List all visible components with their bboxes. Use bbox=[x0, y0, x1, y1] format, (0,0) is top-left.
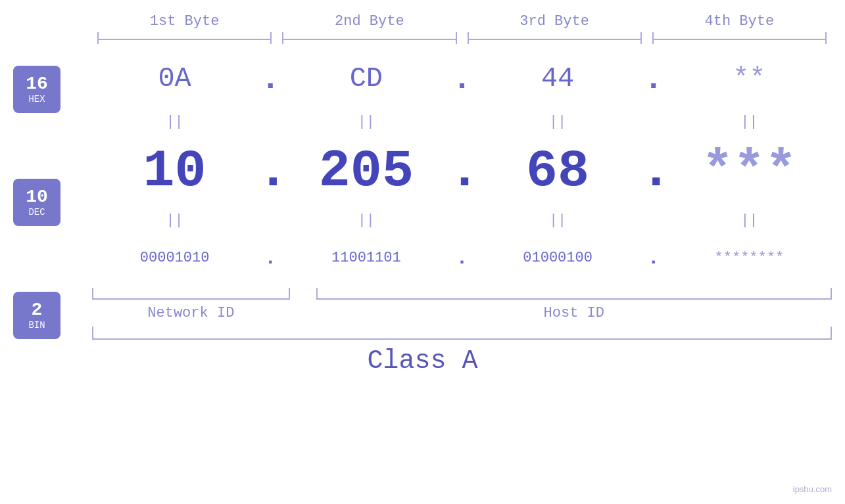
hex-label: HEX bbox=[28, 94, 45, 104]
main-container: 1st Byte 2nd Byte 3rd Byte 4th Byte 16 H… bbox=[0, 0, 845, 504]
host-id-label: Host ID bbox=[316, 305, 832, 321]
dec-dot1: . bbox=[257, 141, 283, 201]
hex-badge: 16 HEX bbox=[13, 66, 60, 113]
eq5: || bbox=[92, 212, 257, 229]
host-bracket bbox=[316, 288, 832, 300]
eq4: || bbox=[667, 114, 832, 130]
bin-b2: 11001101 bbox=[283, 250, 448, 266]
dec-dot3: . bbox=[640, 141, 667, 201]
eq6: || bbox=[283, 212, 448, 229]
eq7: || bbox=[475, 212, 640, 229]
dec-num: 10 bbox=[26, 187, 48, 208]
outer-bracket bbox=[92, 327, 832, 340]
bin-dot1: . bbox=[257, 247, 283, 269]
network-id-label: Network ID bbox=[92, 305, 290, 321]
eq3: || bbox=[475, 114, 640, 130]
hex-b3: 44 bbox=[475, 63, 640, 95]
hex-b4: ** bbox=[667, 63, 832, 95]
bin-num: 2 bbox=[32, 300, 43, 321]
class-label: Class A bbox=[0, 346, 845, 376]
rows-area: 0A . CD . 44 . ** || || || || 10 . 205 .… bbox=[0, 49, 845, 340]
equals-hex-dec: || || || || bbox=[92, 108, 832, 135]
dec-b3: 68 bbox=[475, 141, 640, 201]
id-labels: Network ID Host ID bbox=[92, 305, 832, 321]
eq8: || bbox=[667, 212, 832, 229]
bin-badge: 2 BIN bbox=[13, 292, 60, 339]
bracket-4 bbox=[652, 32, 827, 44]
network-bracket bbox=[92, 288, 290, 300]
bracket-3 bbox=[468, 32, 642, 44]
bin-row: 00001010 . 11001101 . 01000100 . *******… bbox=[92, 233, 832, 283]
hex-dot3: . bbox=[640, 60, 667, 98]
byte2-header: 2nd Byte bbox=[277, 13, 462, 30]
bin-b4: ******** bbox=[667, 250, 832, 266]
equals-dec-bin: || || || || bbox=[92, 207, 832, 233]
bin-dot3: . bbox=[640, 247, 667, 269]
hex-dot1: . bbox=[257, 60, 283, 98]
dec-label: DEC bbox=[28, 207, 45, 218]
top-brackets bbox=[0, 32, 845, 44]
watermark: ipshu.com bbox=[793, 484, 832, 494]
dec-b1: 10 bbox=[92, 141, 257, 201]
eq1: || bbox=[92, 114, 257, 130]
bracket-1 bbox=[97, 32, 272, 44]
bin-b1: 00001010 bbox=[92, 250, 257, 266]
bin-label: BIN bbox=[28, 320, 45, 331]
bin-b3: 01000100 bbox=[475, 250, 640, 266]
hex-b2: CD bbox=[283, 63, 448, 95]
dec-row: 10 . 205 . 68 . *** bbox=[92, 135, 832, 207]
byte4-header: 4th Byte bbox=[647, 13, 832, 30]
base-labels: 16 HEX 10 DEC 2 BIN bbox=[13, 66, 60, 339]
eq2: || bbox=[283, 114, 448, 130]
hex-b1: 0A bbox=[92, 63, 257, 95]
dec-b2: 205 bbox=[283, 141, 448, 201]
hex-num: 16 bbox=[26, 74, 48, 95]
bottom-bracket-row bbox=[92, 288, 832, 300]
dec-badge: 10 DEC bbox=[13, 179, 60, 226]
bin-dot2: . bbox=[449, 247, 475, 269]
byte3-header: 3rd Byte bbox=[462, 13, 647, 30]
dec-dot2: . bbox=[449, 141, 475, 201]
byte-headers: 1st Byte 2nd Byte 3rd Byte 4th Byte bbox=[0, 13, 845, 30]
hex-row: 0A . CD . 44 . ** bbox=[92, 49, 832, 108]
hex-dot2: . bbox=[449, 60, 475, 98]
bracket-2 bbox=[282, 32, 456, 44]
dec-b4: *** bbox=[667, 141, 832, 201]
byte1-header: 1st Byte bbox=[92, 13, 277, 30]
